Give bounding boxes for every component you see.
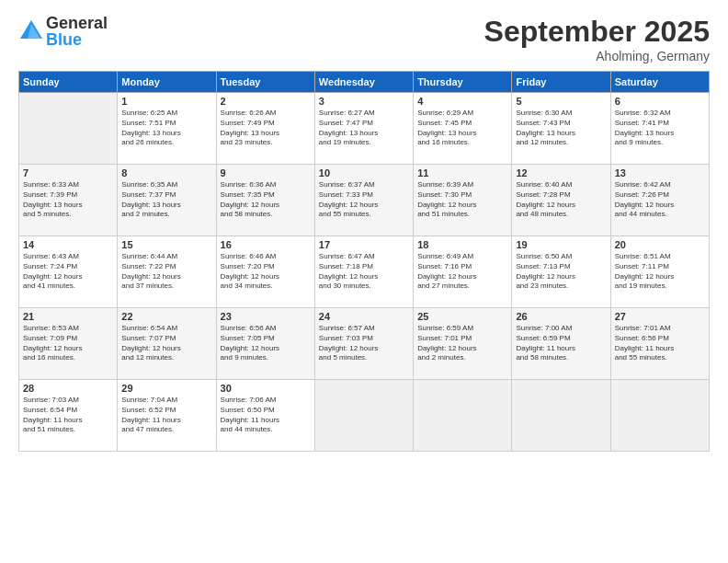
day-info: Sunrise: 6:40 AM Sunset: 7:28 PM Dayligh…: [516, 180, 606, 220]
calendar-cell: 27Sunrise: 7:01 AM Sunset: 6:56 PM Dayli…: [610, 308, 709, 380]
day-number: 24: [319, 311, 409, 322]
day-info: Sunrise: 7:06 AM Sunset: 6:50 PM Dayligh…: [221, 396, 311, 435]
calendar-cell: 21Sunrise: 6:53 AM Sunset: 7:09 PM Dayli…: [19, 308, 118, 380]
day-number: 22: [121, 311, 211, 322]
calendar-cell: 13Sunrise: 6:42 AM Sunset: 7:26 PM Dayli…: [610, 165, 709, 236]
calendar-cell: 30Sunrise: 7:06 AM Sunset: 6:50 PM Dayli…: [216, 380, 314, 452]
day-number: 3: [319, 96, 409, 107]
day-number: 20: [615, 239, 705, 250]
header: General Blue September 2025 Aholming, Ge…: [18, 15, 710, 63]
day-number: 25: [417, 311, 507, 322]
month-title: September 2025: [484, 15, 710, 49]
calendar-cell: 15Sunrise: 6:44 AM Sunset: 7:22 PM Dayli…: [118, 236, 216, 308]
header-day-sunday: Sunday: [19, 72, 118, 93]
day-info: Sunrise: 7:00 AM Sunset: 6:59 PM Dayligh…: [516, 324, 606, 363]
day-info: Sunrise: 6:49 AM Sunset: 7:16 PM Dayligh…: [417, 252, 507, 292]
day-number: 10: [319, 167, 409, 178]
week-row-3: 21Sunrise: 6:53 AM Sunset: 7:09 PM Dayli…: [19, 308, 710, 380]
day-info: Sunrise: 6:50 AM Sunset: 7:13 PM Dayligh…: [516, 252, 606, 292]
day-info: Sunrise: 6:53 AM Sunset: 7:09 PM Dayligh…: [23, 324, 113, 363]
calendar-cell: 4Sunrise: 6:29 AM Sunset: 7:45 PM Daylig…: [414, 93, 512, 165]
calendar-cell: [314, 380, 413, 452]
logo-text: General Blue: [46, 15, 108, 48]
day-info: Sunrise: 6:47 AM Sunset: 7:18 PM Dayligh…: [319, 252, 409, 292]
calendar-cell: 26Sunrise: 7:00 AM Sunset: 6:59 PM Dayli…: [512, 308, 610, 380]
day-info: Sunrise: 6:44 AM Sunset: 7:22 PM Dayligh…: [121, 252, 211, 292]
week-row-4: 28Sunrise: 7:03 AM Sunset: 6:54 PM Dayli…: [19, 380, 710, 452]
day-number: 9: [221, 167, 311, 178]
header-day-wednesday: Wednesday: [314, 72, 413, 93]
day-info: Sunrise: 6:57 AM Sunset: 7:03 PM Dayligh…: [319, 324, 409, 363]
calendar-cell: 17Sunrise: 6:47 AM Sunset: 7:18 PM Dayli…: [314, 236, 413, 308]
calendar-cell: 12Sunrise: 6:40 AM Sunset: 7:28 PM Dayli…: [512, 165, 610, 236]
calendar-cell: 9Sunrise: 6:36 AM Sunset: 7:35 PM Daylig…: [216, 165, 314, 236]
day-number: 7: [23, 167, 113, 178]
page: General Blue September 2025 Aholming, Ge…: [0, 0, 728, 563]
logo-icon: [18, 18, 44, 44]
day-number: 17: [319, 239, 409, 250]
day-info: Sunrise: 6:37 AM Sunset: 7:33 PM Dayligh…: [319, 180, 409, 220]
day-number: 27: [615, 311, 705, 322]
day-number: 5: [516, 96, 606, 107]
calendar-cell: 3Sunrise: 6:27 AM Sunset: 7:47 PM Daylig…: [314, 93, 413, 165]
week-row-1: 7Sunrise: 6:33 AM Sunset: 7:39 PM Daylig…: [19, 165, 710, 236]
week-row-2: 14Sunrise: 6:43 AM Sunset: 7:24 PM Dayli…: [19, 236, 710, 308]
day-number: 14: [23, 239, 113, 250]
calendar-cell: 1Sunrise: 6:25 AM Sunset: 7:51 PM Daylig…: [118, 93, 216, 165]
title-block: September 2025 Aholming, Germany: [484, 15, 710, 63]
day-info: Sunrise: 7:04 AM Sunset: 6:52 PM Dayligh…: [121, 396, 211, 435]
calendar-cell: 19Sunrise: 6:50 AM Sunset: 7:13 PM Dayli…: [512, 236, 610, 308]
day-number: 6: [615, 96, 705, 107]
day-number: 26: [516, 311, 606, 322]
day-info: Sunrise: 6:39 AM Sunset: 7:30 PM Dayligh…: [417, 180, 507, 220]
day-info: Sunrise: 6:32 AM Sunset: 7:41 PM Dayligh…: [615, 109, 705, 148]
header-day-tuesday: Tuesday: [216, 72, 314, 93]
day-number: 8: [121, 167, 211, 178]
day-number: 1: [121, 96, 211, 107]
day-number: 16: [221, 239, 311, 250]
header-row: SundayMondayTuesdayWednesdayThursdayFrid…: [19, 72, 710, 93]
calendar-cell: [512, 380, 610, 452]
day-info: Sunrise: 6:36 AM Sunset: 7:35 PM Dayligh…: [221, 180, 311, 220]
day-number: 21: [23, 311, 113, 322]
day-number: 11: [417, 167, 507, 178]
day-info: Sunrise: 6:56 AM Sunset: 7:05 PM Dayligh…: [221, 324, 311, 363]
day-number: 30: [221, 383, 311, 394]
day-info: Sunrise: 6:59 AM Sunset: 7:01 PM Dayligh…: [417, 324, 507, 363]
logo: General Blue: [18, 15, 108, 48]
calendar-cell: 28Sunrise: 7:03 AM Sunset: 6:54 PM Dayli…: [19, 380, 118, 452]
calendar-cell: 29Sunrise: 7:04 AM Sunset: 6:52 PM Dayli…: [118, 380, 216, 452]
header-day-friday: Friday: [512, 72, 610, 93]
week-row-0: 1Sunrise: 6:25 AM Sunset: 7:51 PM Daylig…: [19, 93, 710, 165]
calendar-cell: 8Sunrise: 6:35 AM Sunset: 7:37 PM Daylig…: [118, 165, 216, 236]
calendar-cell: 11Sunrise: 6:39 AM Sunset: 7:30 PM Dayli…: [414, 165, 512, 236]
header-day-thursday: Thursday: [414, 72, 512, 93]
day-number: 13: [615, 167, 705, 178]
calendar-cell: [19, 93, 118, 165]
day-info: Sunrise: 6:26 AM Sunset: 7:49 PM Dayligh…: [221, 109, 311, 148]
day-number: 2: [221, 96, 311, 107]
calendar-cell: 16Sunrise: 6:46 AM Sunset: 7:20 PM Dayli…: [216, 236, 314, 308]
day-info: Sunrise: 6:43 AM Sunset: 7:24 PM Dayligh…: [23, 252, 113, 292]
day-number: 4: [417, 96, 507, 107]
calendar-cell: 5Sunrise: 6:30 AM Sunset: 7:43 PM Daylig…: [512, 93, 610, 165]
day-info: Sunrise: 6:29 AM Sunset: 7:45 PM Dayligh…: [417, 109, 507, 148]
day-number: 12: [516, 167, 606, 178]
day-info: Sunrise: 6:33 AM Sunset: 7:39 PM Dayligh…: [23, 180, 113, 220]
day-info: Sunrise: 7:03 AM Sunset: 6:54 PM Dayligh…: [23, 396, 113, 435]
day-info: Sunrise: 7:01 AM Sunset: 6:56 PM Dayligh…: [615, 324, 705, 363]
calendar-cell: 14Sunrise: 6:43 AM Sunset: 7:24 PM Dayli…: [19, 236, 118, 308]
calendar-cell: 2Sunrise: 6:26 AM Sunset: 7:49 PM Daylig…: [216, 93, 314, 165]
header-day-monday: Monday: [118, 72, 216, 93]
calendar-cell: 23Sunrise: 6:56 AM Sunset: 7:05 PM Dayli…: [216, 308, 314, 380]
day-number: 29: [121, 383, 211, 394]
logo-blue: Blue: [46, 31, 108, 48]
logo-general: General: [46, 15, 108, 31]
calendar-cell: 7Sunrise: 6:33 AM Sunset: 7:39 PM Daylig…: [19, 165, 118, 236]
calendar-cell: 6Sunrise: 6:32 AM Sunset: 7:41 PM Daylig…: [610, 93, 709, 165]
day-number: 28: [23, 383, 113, 394]
calendar-cell: 18Sunrise: 6:49 AM Sunset: 7:16 PM Dayli…: [414, 236, 512, 308]
location: Aholming, Germany: [484, 49, 710, 63]
calendar-cell: [610, 380, 709, 452]
day-info: Sunrise: 6:25 AM Sunset: 7:51 PM Dayligh…: [121, 109, 211, 148]
